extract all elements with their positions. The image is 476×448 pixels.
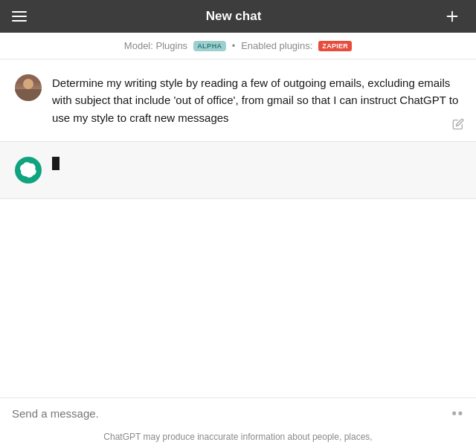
disclaimer-text: ChatGPT may produce inaccurate informati…	[0, 429, 476, 448]
model-bar: Model: Plugins ALPHA • Enabled plugins: …	[0, 33, 476, 59]
header-title: New chat	[206, 9, 262, 24]
input-container: ••	[0, 398, 476, 429]
message-input[interactable]	[12, 407, 446, 420]
user-message-text: Determine my writing style by reading a …	[52, 74, 461, 126]
new-chat-button[interactable]	[440, 4, 464, 28]
alpha-badge: ALPHA	[193, 41, 226, 51]
chatgpt-logo	[15, 157, 42, 184]
menu-button[interactable]	[12, 11, 27, 22]
user-avatar	[15, 74, 42, 101]
bot-typing-cursor	[52, 157, 60, 170]
more-options-button[interactable]: ••	[451, 406, 464, 421]
plugin-badge[interactable]: ZAPIER	[318, 41, 352, 51]
chat-area: Determine my writing style by reading a …	[0, 59, 476, 397]
model-label: Model: Plugins	[124, 40, 187, 51]
enabled-plugins-label: Enabled plugins:	[241, 40, 312, 51]
bot-message	[0, 142, 476, 199]
edit-message-button[interactable]	[452, 118, 464, 132]
separator: •	[232, 40, 236, 51]
app-header: New chat	[0, 0, 476, 33]
empty-chat-space	[0, 199, 476, 397]
user-message: Determine my writing style by reading a …	[0, 59, 476, 142]
input-section: •• ChatGPT may produce inaccurate inform…	[0, 397, 476, 448]
